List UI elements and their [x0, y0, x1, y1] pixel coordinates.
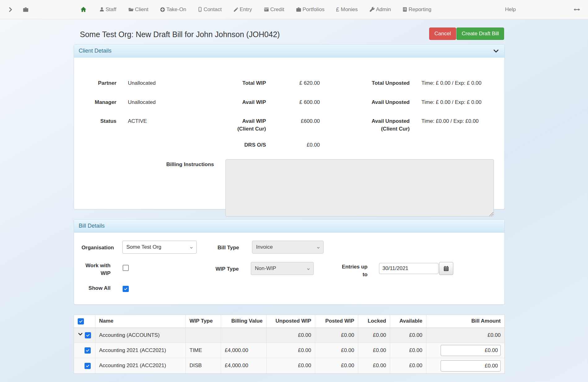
cell-locked: £0.00 — [358, 343, 390, 358]
organisation-label: Organisation — [79, 244, 114, 251]
row-checkbox-cell — [74, 343, 95, 358]
nav-item-help[interactable]: Help — [505, 0, 516, 19]
cell-locked: £0.00 — [358, 328, 390, 343]
bill-type-select[interactable]: Invoice — [252, 241, 324, 254]
cell-available: £0.00 — [390, 343, 426, 358]
client-details-panel: Client Details Partner Unallocated Total… — [74, 44, 505, 209]
partner-value: Unallocated — [128, 79, 156, 87]
drs-os-value: £0.00 — [266, 141, 320, 149]
cell-wip-type: TIME — [186, 343, 221, 358]
row-checkbox-cell — [74, 328, 95, 343]
row-checkbox[interactable] — [85, 332, 91, 338]
status-label: Status — [79, 117, 116, 125]
work-with-wip-label: Work with WIP — [79, 262, 111, 277]
bill-details-header: Bill Details — [74, 220, 504, 233]
column-header-available: Available — [390, 315, 426, 328]
chevron-down-icon[interactable] — [493, 48, 499, 56]
manager-value: Unallocated — [128, 98, 156, 106]
cell-posted-wip: £0.00 — [315, 358, 358, 373]
entries-up-to-date-input[interactable] — [379, 263, 438, 274]
avail-unposted-value: Time: £ 0.00 / Exp: £ 0.00 — [421, 98, 481, 106]
column-header-wip-type: WIP Type — [186, 315, 221, 328]
select-caret-icon — [306, 267, 311, 273]
avail-unposted-label: Avail Unposted — [369, 98, 410, 106]
create-draft-bill-button[interactable]: Create Draft Bill — [456, 28, 504, 40]
table-header-row: Name WIP Type Billing Value Unposted WIP… — [74, 315, 504, 328]
status-value: ACTIVE — [128, 117, 147, 125]
billing-instructions-textarea[interactable] — [225, 159, 494, 217]
wip-table: Name WIP Type Billing Value Unposted WIP… — [74, 315, 505, 374]
cell-billing-value — [221, 328, 267, 343]
avail-unposted-client-cur-label: Avail Unposted (Client Cur) — [369, 117, 410, 133]
cell-available: £0.00 — [390, 358, 426, 373]
manager-label: Manager — [79, 98, 116, 106]
select-caret-icon — [189, 245, 194, 251]
billing-instructions-label: Billing Instructions — [79, 161, 214, 168]
bill-details-panel: Bill Details Organisation Some Test Org … — [74, 219, 505, 305]
row-checkbox[interactable] — [85, 347, 91, 354]
column-header-unposted-wip: Unposted WIP — [267, 315, 315, 328]
cell-wip-type — [186, 328, 221, 343]
total-unposted-value: Time: £ 0.00 / Exp: £ 0.00 — [421, 79, 481, 87]
select-all-checkbox[interactable] — [78, 318, 84, 324]
bill-amount-input[interactable] — [441, 345, 501, 356]
bill-details-title: Bill Details — [79, 223, 105, 229]
table-row: Accounting 2021 (ACC2021) TIME £4,000.00… — [74, 343, 504, 358]
show-all-label: Show All — [79, 284, 111, 292]
cell-locked: £0.00 — [358, 358, 390, 373]
cell-bill-amount: £0.00 — [426, 328, 504, 343]
cell-unposted-wip: £0.00 — [267, 343, 315, 358]
wip-type-selected-value: Non-WIP — [255, 265, 276, 272]
client-details-header: Client Details — [74, 45, 504, 58]
cell-wip-type: DISB — [186, 358, 221, 373]
sidebar-expand-chevron-icon[interactable] — [8, 6, 13, 13]
calendar-button[interactable] — [439, 262, 453, 275]
avail-wip-client-cur-value: £600.00 — [266, 117, 320, 125]
avail-wip-value: £ 600.00 — [266, 98, 320, 106]
bill-type-label: Bill Type — [197, 244, 239, 251]
cell-bill-amount — [426, 358, 504, 373]
organisation-select[interactable]: Some Test Org — [122, 241, 197, 254]
table-row: Accounting 2021 (ACC2021) DISB £4,000.00… — [74, 358, 504, 373]
organisation-selected-value: Some Test Org — [126, 244, 161, 250]
show-all-checkbox[interactable] — [123, 286, 129, 292]
main-content: Some Test Org: New Draft Bill for John J… — [74, 0, 505, 382]
cell-name: Accounting 2021 (ACC2021) — [95, 343, 186, 358]
cell-posted-wip: £0.00 — [315, 343, 358, 358]
column-header-billing-value: Billing Value — [221, 315, 267, 328]
calendar-icon — [443, 265, 449, 272]
cell-unposted-wip: £0.00 — [267, 328, 315, 343]
briefcase-icon[interactable] — [22, 6, 29, 13]
entries-up-to-label: Entries up to — [338, 263, 368, 278]
cell-bill-amount — [426, 343, 504, 358]
row-checkbox-cell — [74, 358, 95, 373]
cancel-button[interactable]: Cancel — [429, 28, 456, 40]
wip-type-label: WIP Type — [196, 265, 239, 273]
cell-unposted-wip: £0.00 — [267, 358, 315, 373]
cell-billing-value: £4,000.00 — [221, 358, 267, 373]
avail-wip-label: Avail WIP — [231, 98, 266, 106]
client-details-title: Client Details — [79, 48, 111, 54]
wip-type-select[interactable]: Non-WIP — [251, 262, 314, 275]
table-row-group: Accounting (ACCOUNTS) £0.00 £0.00 £0.00 … — [74, 328, 504, 343]
page-title: Some Test Org: New Draft Bill for John J… — [80, 30, 280, 39]
cell-name: Accounting 2021 (ACC2021) — [95, 358, 186, 373]
column-header-posted-wip: Posted WIP — [315, 315, 358, 328]
total-wip-value: £ 620.00 — [266, 79, 320, 87]
total-wip-label: Total WIP — [231, 79, 266, 87]
cell-billing-value: £4,000.00 — [221, 343, 267, 358]
avail-wip-client-cur-label: Avail WIP (Client Cur) — [231, 117, 266, 133]
column-header-name: Name — [95, 315, 186, 328]
resize-arrows-icon[interactable] — [573, 6, 581, 13]
cell-posted-wip: £0.00 — [315, 328, 358, 343]
column-header-locked: Locked — [358, 315, 390, 328]
bill-amount-input[interactable] — [441, 360, 501, 371]
avail-unposted-client-cur-value: Time: £0.00 / Exp: £0.00 — [421, 117, 479, 125]
chevron-down-icon[interactable] — [78, 328, 83, 343]
work-with-wip-checkbox[interactable] — [123, 265, 129, 271]
header-checkbox-cell — [74, 315, 95, 328]
row-checkbox[interactable] — [85, 363, 91, 369]
total-unposted-label: Total Unposted — [369, 79, 410, 87]
bill-type-selected-value: Invoice — [256, 244, 273, 250]
page-actions: Cancel Create Draft Bill — [429, 28, 504, 40]
